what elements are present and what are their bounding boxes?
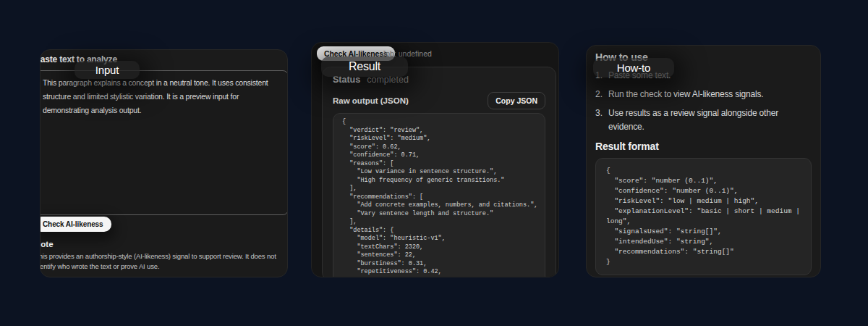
step-text: Use results as a review signal alongside… xyxy=(608,106,812,134)
how-to-steps: 1. Paste some text. 2. Run the check to … xyxy=(595,69,812,134)
step-number: 2. xyxy=(595,88,607,101)
annotation-chip-result: Result xyxy=(321,57,408,77)
annotation-chip-result-label: Result xyxy=(349,60,380,73)
step-item: 2. Run the check to view AI-likeness sig… xyxy=(595,88,812,101)
result-format-text: { "score": "number (0..1)", "confidence"… xyxy=(606,166,801,267)
input-panel: Paste text to analyze This paragraph exp… xyxy=(40,49,288,277)
step-text: Run the check to view AI-likeness signal… xyxy=(608,88,812,101)
annotation-chip-input-label: Input xyxy=(95,64,119,76)
result-format-schema: { "score": "number (0..1)", "confidence"… xyxy=(595,158,812,275)
result-card: Status completed Raw output (JSON) Copy … xyxy=(322,67,556,277)
note-title: Note xyxy=(40,240,54,248)
step-item: 3. Use results as a review signal alongs… xyxy=(595,106,812,134)
step-number: 3. xyxy=(595,106,607,134)
raw-output-label: Raw output (JSON) xyxy=(333,96,409,105)
raw-json-output: { "verdict": "review", "riskLevel": "med… xyxy=(333,113,545,277)
annotation-chip-input: Input xyxy=(75,61,140,79)
text-input-value: This paragraph explains a concept in a n… xyxy=(43,76,279,117)
note-body: This provides an authorship-style (AI-li… xyxy=(40,251,288,271)
raw-output-row: Raw output (JSON) Copy JSON xyxy=(333,93,545,109)
raw-json-text: { "verdict": "review", "riskLevel": "med… xyxy=(342,118,536,277)
result-format-title: Result format xyxy=(595,141,812,152)
copy-json-button[interactable]: Copy JSON xyxy=(488,92,545,109)
check-ai-likeness-button[interactable]: Check AI-likeness xyxy=(40,217,111,232)
result-panel: Check AI-likeness Job: undefined Status … xyxy=(311,42,559,277)
help-panel: How to use 1. Paste some text. 2. Run th… xyxy=(586,45,821,277)
annotation-chip-howto-label: How-to xyxy=(617,62,650,74)
annotation-chip-howto: How-to xyxy=(593,58,674,78)
text-input[interactable]: This paragraph explains a concept in a n… xyxy=(40,70,288,215)
